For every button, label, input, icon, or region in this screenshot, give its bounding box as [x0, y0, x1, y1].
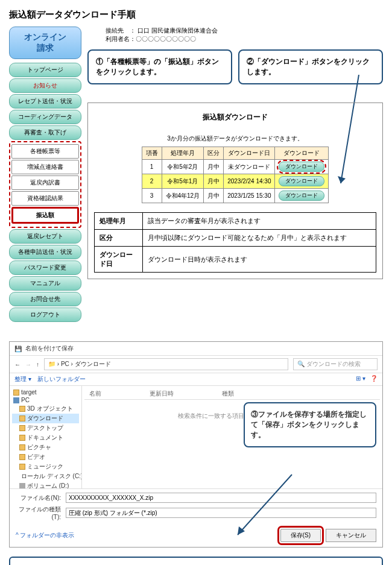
- callout-step1: ①「各種帳票等」の「振込額」ボタンをクリックします。: [87, 49, 232, 84]
- up-icon[interactable]: ↑: [36, 361, 39, 368]
- tree-item[interactable]: 3D オブジェクト: [12, 404, 79, 414]
- tree-item[interactable]: ピクチャ: [12, 443, 79, 452]
- online-claim-button[interactable]: オンライン 請求: [9, 27, 81, 59]
- tree-item[interactable]: PC: [12, 396, 79, 404]
- nav-subitem[interactable]: 増減点連絡書: [11, 160, 79, 174]
- desc-row: ダウンロード日ダウンロード日時が表示されます: [95, 247, 376, 273]
- folder-icon: [13, 397, 19, 403]
- folder-icon: [19, 406, 25, 412]
- save-icon: 💾: [14, 346, 22, 352]
- dialog-title: 名前を付けて保存: [25, 344, 74, 353]
- folder-icon: [19, 444, 25, 450]
- fwd-icon[interactable]: →: [25, 361, 31, 368]
- nav-subitem[interactable]: 返戻内訳書: [11, 175, 79, 190]
- table-row: 1令和5年2月月中未ダウンロードダウンロード: [142, 160, 329, 174]
- nav-item[interactable]: 再審査・取下げ: [9, 125, 81, 140]
- nav-subitem[interactable]: 各種帳票等: [11, 144, 79, 159]
- transfer-amount-button[interactable]: 振込額: [11, 207, 79, 224]
- table-header: 処理年月: [162, 147, 204, 160]
- folder-tree[interactable]: targetPC3D オブジェクトダウンロードデスクトップドキュメントピクチャビ…: [10, 386, 82, 488]
- download-panel: 振込額ダウンロード 3か月分の振込額データがダウンロードできます。 項番処理年月…: [87, 103, 383, 279]
- table-header: ダウンロード: [275, 147, 329, 160]
- tree-item[interactable]: ローカル ディスク (C:): [12, 472, 79, 481]
- sidebar: オンライン 請求 トップページお知らせレセプト送信・状況コーディングデータ再審査…: [9, 27, 81, 323]
- connection-info: 接続先 ： 口口 国民健康保険団体連合会 利用者名：〇〇〇〇〇〇〇〇〇〇: [87, 27, 383, 43]
- organize-menu[interactable]: 整理 ▾: [14, 376, 31, 382]
- table-header: 区分: [204, 147, 224, 160]
- folder-icon: [19, 425, 25, 431]
- desc-row: 処理年月該当データの審査年月が表示されます: [95, 213, 376, 230]
- desc-row: 区分月中頃以降にダウンロード可能となるため「月中」と表示されます: [95, 230, 376, 247]
- nav-item[interactable]: お知らせ: [9, 78, 81, 93]
- nav-item[interactable]: 返戻レセプト: [9, 229, 81, 244]
- save-dialog: 💾 名前を付けて保存 ← → ↑ 📁 › PC › ダウンロード 🔍 ダウンロー…: [9, 341, 383, 548]
- path-box[interactable]: 📁 › PC › ダウンロード: [44, 358, 288, 370]
- nav-item[interactable]: コーディングデータ: [9, 110, 81, 124]
- folder-icon: [13, 390, 19, 396]
- folder-icon: [19, 415, 25, 421]
- tree-item[interactable]: ドキュメント: [12, 433, 79, 443]
- filename-input[interactable]: [66, 493, 376, 503]
- cancel-button[interactable]: キャンセル: [326, 529, 376, 542]
- table-row: 2令和5年1月月中2023/2/24 14:30ダウンロード: [142, 174, 329, 189]
- folder-icon: [19, 464, 25, 470]
- nav-subitem[interactable]: 資格確認結果: [11, 191, 79, 206]
- filetype-label: ファイルの種類(T):: [16, 505, 61, 520]
- folder-icon: [19, 435, 25, 441]
- hide-folders-link[interactable]: ^ フォルダーの非表示: [16, 531, 74, 540]
- folder-icon: [19, 483, 25, 488]
- description-table: 処理年月該当データの審査年月が表示されます区分月中頃以降にダウンロード可能となる…: [94, 212, 376, 273]
- folder-icon: [19, 454, 25, 460]
- filename-label: ファイル名(N):: [16, 494, 61, 502]
- download-button[interactable]: ダウンロード: [279, 162, 324, 172]
- tree-item[interactable]: ダウンロード: [12, 414, 79, 423]
- save-button[interactable]: 保存(S): [280, 529, 321, 542]
- nav-item[interactable]: パスワード変更: [9, 260, 81, 275]
- panel-title: 振込額ダウンロード: [94, 112, 376, 122]
- tree-item[interactable]: デスクトップ: [12, 423, 79, 433]
- new-folder-button[interactable]: 新しいフォルダー: [37, 376, 86, 382]
- note-box: ※ ダウンロードしたファイルはZIPファイル（圧縮ファイル）の形式で保存されます…: [9, 557, 383, 565]
- download-table: 項番処理年月区分ダウンロード日ダウンロード 1令和5年2月月中未ダウンロードダウ…: [142, 147, 329, 203]
- view-options[interactable]: ⊞ ▾ ❓: [356, 375, 378, 384]
- filetype-select[interactable]: [66, 508, 376, 518]
- table-header: ダウンロード日: [224, 147, 275, 160]
- nav-item[interactable]: マニュアル: [9, 276, 81, 291]
- panel-subtitle: 3か月分の振込額データがダウンロードできます。: [94, 134, 376, 143]
- search-input[interactable]: 🔍 ダウンロードの検索: [293, 358, 378, 370]
- nav-item[interactable]: トップページ: [9, 63, 81, 77]
- tree-item[interactable]: target: [12, 388, 79, 396]
- table-header: 項番: [142, 147, 162, 160]
- nav-item[interactable]: レセプト送信・状況: [9, 94, 81, 109]
- callout-step2: ②「ダウンロード」ボタンをクリックします。: [238, 49, 383, 84]
- nav-item[interactable]: ログアウト: [9, 308, 81, 322]
- tree-item[interactable]: ビデオ: [12, 452, 79, 462]
- back-icon[interactable]: ←: [14, 361, 21, 368]
- tree-item[interactable]: ミュージック: [12, 462, 79, 472]
- callout-step3: ③ファイルを保存する場所を指定して「保存」ボタンをクリックします。: [244, 402, 376, 447]
- download-button[interactable]: ダウンロード: [279, 191, 324, 201]
- page-title: 振込額データダウンロード手順: [9, 9, 383, 21]
- nav-item[interactable]: お問合せ先: [9, 292, 81, 306]
- report-subgroup: 各種帳票等増減点連絡書返戻内訳書資格確認結果 振込額: [9, 141, 81, 228]
- table-row: 3令和4年12月月中2023/1/25 15:30ダウンロード: [142, 189, 329, 203]
- download-button[interactable]: ダウンロード: [279, 176, 324, 186]
- nav-item[interactable]: 各種申請送信・状況: [9, 245, 81, 259]
- tree-item[interactable]: ボリューム (D:): [12, 481, 79, 488]
